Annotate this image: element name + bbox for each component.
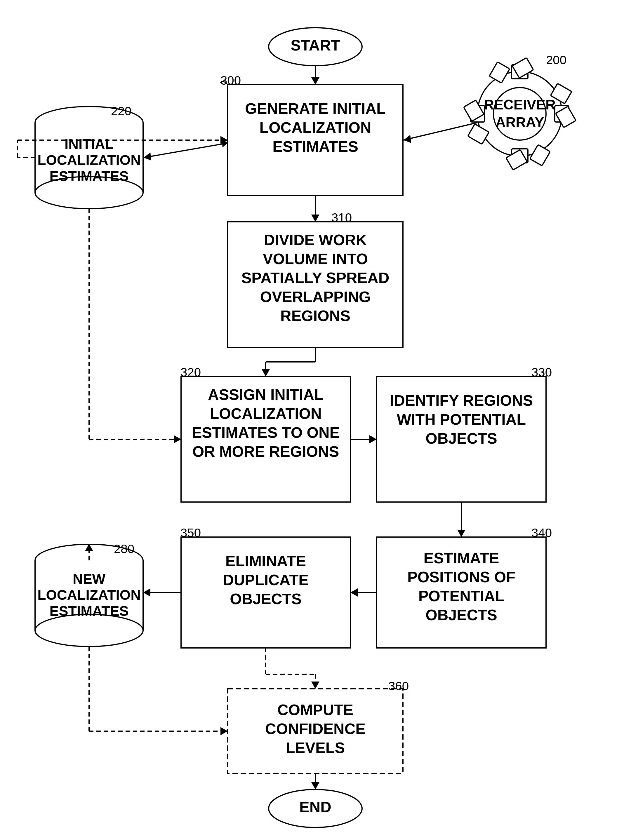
svg-text:OVERLAPPING: OVERLAPPING bbox=[260, 288, 371, 305]
svg-text:ESTIMATE: ESTIMATE bbox=[424, 549, 499, 567]
svg-text:ARRAY: ARRAY bbox=[495, 114, 544, 130]
svg-text:360: 360 bbox=[388, 679, 409, 693]
svg-text:DUPLICATE: DUPLICATE bbox=[223, 572, 308, 588]
svg-point-63 bbox=[493, 88, 546, 140]
svg-text:OR MORE REGIONS: OR MORE REGIONS bbox=[193, 443, 339, 460]
svg-text:LOCALIZATION: LOCALIZATION bbox=[37, 152, 141, 168]
diagram-container: START 300 GENERATE INITIAL LOCALIZATION … bbox=[0, 0, 631, 840]
svg-text:320: 320 bbox=[180, 365, 201, 379]
svg-point-57 bbox=[35, 614, 143, 646]
svg-text:OBJECTS: OBJECTS bbox=[230, 591, 302, 607]
svg-text:310: 310 bbox=[331, 211, 352, 224]
svg-text:REGIONS: REGIONS bbox=[280, 307, 350, 324]
svg-text:POSITIONS OF: POSITIONS OF bbox=[407, 568, 516, 586]
svg-text:220: 220 bbox=[111, 104, 131, 118]
svg-text:NEW: NEW bbox=[73, 571, 106, 587]
svg-text:START: START bbox=[291, 37, 340, 54]
svg-text:350: 350 bbox=[180, 526, 201, 540]
svg-text:280: 280 bbox=[114, 542, 134, 556]
svg-text:POTENTIAL: POTENTIAL bbox=[418, 587, 504, 605]
svg-text:ESTIMATES TO ONE: ESTIMATES TO ONE bbox=[192, 424, 340, 441]
svg-text:INITIAL: INITIAL bbox=[65, 136, 114, 152]
svg-text:ESTIMATES: ESTIMATES bbox=[49, 603, 128, 619]
svg-text:IDENTIFY REGIONS: IDENTIFY REGIONS bbox=[390, 392, 533, 409]
svg-text:LOCALIZATION: LOCALIZATION bbox=[210, 405, 321, 422]
svg-text:ELIMINATE: ELIMINATE bbox=[225, 553, 306, 570]
svg-text:340: 340 bbox=[531, 526, 552, 540]
svg-text:330: 330 bbox=[531, 365, 552, 379]
svg-text:WITH POTENTIAL: WITH POTENTIAL bbox=[397, 411, 526, 428]
svg-text:300: 300 bbox=[220, 74, 241, 87]
svg-text:GENERATE INITIAL: GENERATE INITIAL bbox=[245, 100, 386, 117]
svg-text:200: 200 bbox=[546, 53, 566, 67]
svg-text:LOCALIZATION: LOCALIZATION bbox=[259, 119, 371, 136]
svg-text:LOCALIZATION: LOCALIZATION bbox=[37, 587, 141, 603]
svg-text:SPATIALLY SPREAD: SPATIALLY SPREAD bbox=[242, 269, 389, 286]
svg-text:OBJECTS: OBJECTS bbox=[425, 430, 497, 447]
svg-text:ESTIMATES: ESTIMATES bbox=[272, 138, 358, 155]
svg-text:RECEIVER: RECEIVER bbox=[484, 97, 555, 112]
svg-text:OBJECTS: OBJECTS bbox=[425, 606, 497, 624]
svg-text:CONFIDENCE: CONFIDENCE bbox=[265, 720, 365, 737]
svg-text:COMPUTE: COMPUTE bbox=[277, 701, 353, 718]
svg-text:DIVIDE WORK: DIVIDE WORK bbox=[264, 231, 367, 248]
svg-text:ESTIMATES: ESTIMATES bbox=[49, 168, 128, 184]
svg-text:ASSIGN INITIAL: ASSIGN INITIAL bbox=[208, 386, 324, 403]
svg-text:END: END bbox=[299, 799, 331, 815]
svg-text:LEVELS: LEVELS bbox=[286, 739, 345, 756]
svg-text:VOLUME INTO: VOLUME INTO bbox=[263, 250, 368, 267]
